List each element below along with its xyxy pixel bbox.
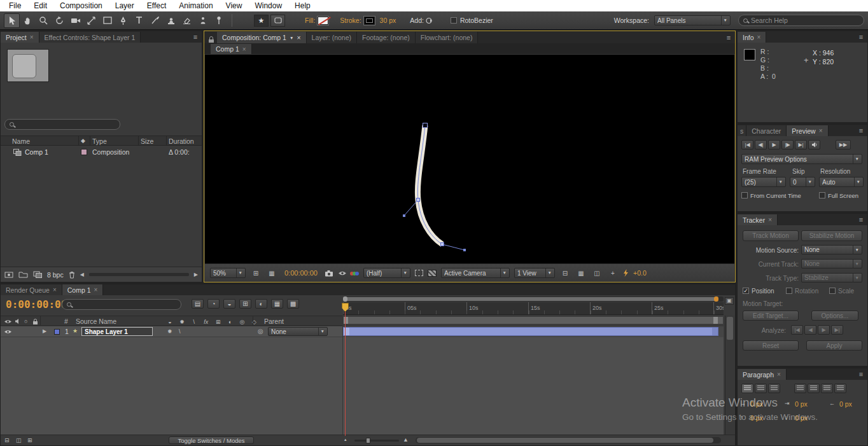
brainstorm-button[interactable]: ▦ <box>271 299 283 309</box>
indent-left-value[interactable]: 0 px <box>750 400 763 408</box>
scale-checkbox[interactable] <box>829 288 836 294</box>
column-source-name[interactable]: Source Name <box>76 317 116 325</box>
tab-preview[interactable]: Preview × <box>787 125 828 136</box>
skip-select[interactable]: 0 ▼ <box>790 177 815 187</box>
project-search-box[interactable] <box>4 119 120 130</box>
column-hash[interactable]: # <box>64 317 68 325</box>
menu-window[interactable]: Window <box>248 0 288 11</box>
navigator-start-handle[interactable] <box>343 296 347 302</box>
layer-visibility-eye-icon[interactable] <box>4 329 12 335</box>
menu-file[interactable]: File <box>3 0 27 11</box>
tab-hidden-partial[interactable]: s <box>738 125 746 136</box>
panel-menu-icon[interactable]: ≡ <box>722 32 735 43</box>
close-icon[interactable]: × <box>297 34 300 41</box>
shy-column-icon[interactable]: ◒ <box>165 319 175 325</box>
label-color-column-icon[interactable]: ◆ <box>81 137 85 144</box>
menu-layer[interactable]: Layer <box>109 0 141 11</box>
tool-creates-shape-button[interactable]: ★ <box>254 15 269 27</box>
current-time-indicator-line[interactable] <box>345 312 346 436</box>
motion-blur-button[interactable]: ◐ <box>255 299 267 309</box>
stroke-width-value[interactable]: 30 px <box>380 17 396 24</box>
bit-depth-label[interactable]: 8 bpc <box>47 271 64 279</box>
eraser-tool[interactable] <box>179 13 195 28</box>
trash-icon[interactable] <box>69 271 75 279</box>
type-tool[interactable] <box>131 13 147 28</box>
previous-frame-button[interactable]: ◀| <box>755 140 767 150</box>
toggle-switches-modes-button[interactable]: Toggle Switches / Modes <box>169 436 254 444</box>
menu-help[interactable]: Help <box>288 0 317 11</box>
column-type[interactable]: Type <box>92 137 107 145</box>
zoom-tool[interactable] <box>36 13 52 28</box>
analyze-backward-button[interactable]: ◀ <box>804 325 816 335</box>
stabilize-motion-button[interactable]: Stabilize Motion <box>801 230 862 241</box>
item-label-color[interactable] <box>81 149 87 155</box>
close-icon[interactable]: × <box>819 127 823 134</box>
layer-parent-select[interactable]: None ▼ <box>268 327 328 336</box>
roto-brush-tool[interactable] <box>195 13 211 28</box>
tab-info[interactable]: Info × <box>738 32 766 43</box>
justify-last-left-button[interactable] <box>794 384 806 393</box>
pixel-aspect-icon[interactable]: ▦ <box>575 268 587 278</box>
lock-column-icon[interactable] <box>32 318 38 325</box>
pen-tool[interactable] <box>115 13 131 28</box>
close-icon[interactable]: × <box>53 286 57 293</box>
rotation-tool[interactable] <box>52 13 67 28</box>
quality-column-icon[interactable]: \ <box>189 319 199 325</box>
puppet-pin-tool[interactable] <box>211 13 227 28</box>
space-before-value[interactable]: 0 px <box>750 414 763 422</box>
align-center-button[interactable] <box>755 384 767 393</box>
apply-button[interactable]: Apply <box>806 340 862 351</box>
time-ruler[interactable]: 0s 05s 10s 15s 20s 25s 30s <box>343 302 724 315</box>
tool-creates-mask-button[interactable] <box>270 15 285 27</box>
layer-expand-arrow[interactable]: ▶ <box>43 328 46 334</box>
flowchart-jump-icon[interactable]: + <box>607 268 619 278</box>
panel-menu-icon[interactable]: ≡ <box>189 32 202 43</box>
transparency-grid-icon[interactable] <box>428 270 437 277</box>
timeline-zoom-slider[interactable] <box>354 440 399 442</box>
timeline-empty-area[interactable] <box>1 337 724 436</box>
timeline-jump-icon[interactable]: ◫ <box>591 268 603 278</box>
analyze-forward-button[interactable]: ▶ <box>818 325 830 335</box>
expand-layer-switches-icon[interactable]: ⊟ <box>4 437 10 443</box>
live-update-button[interactable]: ◔ <box>207 299 220 309</box>
column-parent[interactable]: Parent <box>264 317 284 325</box>
time-navigator[interactable] <box>343 296 724 302</box>
indent-right-value[interactable]: 0 px <box>839 400 852 408</box>
camera-tool[interactable] <box>67 13 83 28</box>
tab-comp-1[interactable]: Comp 1 × <box>211 44 252 54</box>
graph-editor-button[interactable]: ▩ <box>287 299 299 309</box>
zoom-in-mountain-icon[interactable]: ▲ <box>403 436 409 443</box>
new-composition-icon[interactable] <box>33 271 42 278</box>
hide-shy-button[interactable]: ◒ <box>223 299 235 309</box>
tab-project[interactable]: Project × <box>1 32 39 43</box>
reset-button[interactable]: Reset <box>743 340 799 351</box>
new-folder-icon[interactable] <box>18 271 28 278</box>
snapshot-camera-icon[interactable] <box>325 270 333 277</box>
fill-swatch[interactable] <box>318 17 328 25</box>
rotation-checkbox[interactable] <box>786 288 792 294</box>
safe-zones-icon[interactable]: ▦ <box>266 268 277 278</box>
ram-preview-button[interactable]: ▶▶ <box>836 140 851 150</box>
options-button[interactable]: Options... <box>811 310 858 321</box>
layer-name-box[interactable]: Shape Layer 1 <box>81 327 153 336</box>
tab-footage-viewer[interactable]: Footage: (none) <box>357 32 416 43</box>
share-view-icon[interactable]: ⊟ <box>559 268 571 278</box>
help-search-box[interactable] <box>738 15 864 26</box>
solo-column-icon[interactable]: ○ <box>24 318 27 324</box>
camera-view-select[interactable]: Active Camera ▼ <box>441 268 510 278</box>
close-icon[interactable]: × <box>768 216 772 223</box>
project-item-row[interactable]: Comp 1 Composition Δ 0:00: <box>1 147 202 158</box>
expand-in-out-icon[interactable]: ⊞ <box>27 437 32 443</box>
close-icon[interactable]: × <box>777 371 781 378</box>
analyze-forward-1-button[interactable]: ▶| <box>831 325 843 335</box>
zoom-out-mountain-icon[interactable]: ▴ <box>344 437 347 442</box>
fill-label[interactable]: Fill: <box>305 17 315 24</box>
work-area-end-handle[interactable] <box>713 317 718 324</box>
motion-blur-column-icon[interactable]: ◐ <box>225 319 235 325</box>
audio-column-icon[interactable] <box>15 318 21 324</box>
column-size[interactable]: Size <box>141 137 153 145</box>
justify-last-right-button[interactable] <box>821 384 833 393</box>
magnification-select[interactable]: 50% ▼ <box>210 268 246 278</box>
tab-tracker[interactable]: Tracker × <box>738 214 778 225</box>
work-area-bar[interactable] <box>343 316 724 324</box>
